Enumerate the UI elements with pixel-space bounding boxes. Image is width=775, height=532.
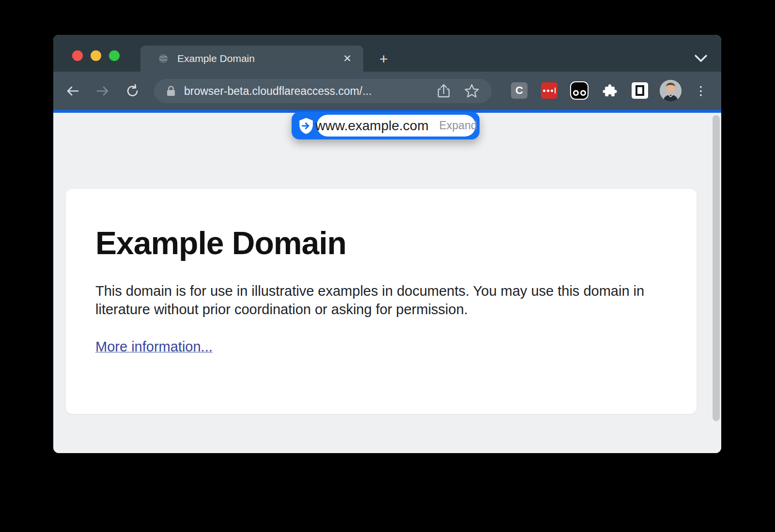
close-tab-icon[interactable]: ✕: [340, 51, 355, 66]
page-title: Example Domain: [95, 225, 667, 261]
isolation-host-text: www.example.com: [315, 118, 428, 134]
profile-avatar[interactable]: [660, 80, 682, 102]
desktop-background: Example Domain ✕ +: [0, 0, 775, 532]
expand-button[interactable]: Expand: [439, 119, 477, 132]
tab-strip: Example Domain ✕ +: [53, 35, 721, 72]
content-card: Example Domain This domain is for use in…: [66, 189, 697, 414]
minimize-window-button[interactable]: [91, 50, 101, 61]
more-information-link[interactable]: More information...: [95, 339, 213, 355]
isolation-shield-icon: [298, 117, 314, 135]
close-window-button[interactable]: [72, 50, 83, 61]
browser-menu-button[interactable]: ⋮: [693, 82, 709, 99]
globe-favicon-icon: [158, 53, 169, 64]
page-viewport: www.example.com Expand Example Domain Th…: [53, 113, 721, 453]
vertical-scrollbar[interactable]: [713, 115, 720, 421]
back-button[interactable]: [64, 83, 81, 99]
browser-tab[interactable]: Example Domain ✕: [140, 46, 363, 72]
back-arrow-icon: [65, 84, 80, 98]
extension-lastpass-button[interactable]: [541, 82, 558, 99]
url-text: browser-beta.cloudflareaccess.com/...: [184, 85, 435, 98]
extension-frame-button[interactable]: [632, 82, 648, 99]
reload-icon: [125, 84, 140, 98]
address-bar[interactable]: browser-beta.cloudflareaccess.com/...: [154, 79, 492, 103]
tab-title: Example Domain: [177, 53, 340, 64]
new-tab-button[interactable]: +: [374, 49, 393, 69]
tab-search-chevron-icon[interactable]: [692, 52, 710, 64]
lock-icon: [166, 85, 176, 97]
maximize-window-button[interactable]: [109, 50, 120, 61]
extension-goggles-button[interactable]: [570, 81, 589, 100]
isolation-url-pill: www.example.com Expand: [292, 112, 480, 139]
page-paragraph: This domain is for use in illustrative e…: [95, 282, 652, 319]
reload-button[interactable]: [124, 83, 141, 99]
browser-window: Example Domain ✕ +: [53, 35, 721, 453]
goggles-icon: [573, 90, 586, 96]
avatar-photo-icon: [660, 80, 682, 102]
share-icon: [436, 83, 451, 99]
window-controls: [72, 50, 120, 61]
bookmark-button[interactable]: [464, 83, 480, 99]
isolation-host-field[interactable]: www.example.com Expand: [317, 115, 476, 137]
forward-button[interactable]: [94, 83, 111, 99]
lastpass-dots-icon: [543, 88, 556, 93]
browser-toolbar: browser-beta.cloudflareaccess.com/... C: [53, 72, 721, 110]
puzzle-icon: [602, 83, 618, 98]
forward-arrow-icon: [95, 84, 110, 98]
frame-icon: [636, 85, 644, 96]
share-button[interactable]: [435, 83, 452, 99]
extension-c-button[interactable]: C: [511, 82, 527, 99]
star-icon: [464, 83, 480, 99]
extensions-menu-button[interactable]: [602, 82, 618, 99]
